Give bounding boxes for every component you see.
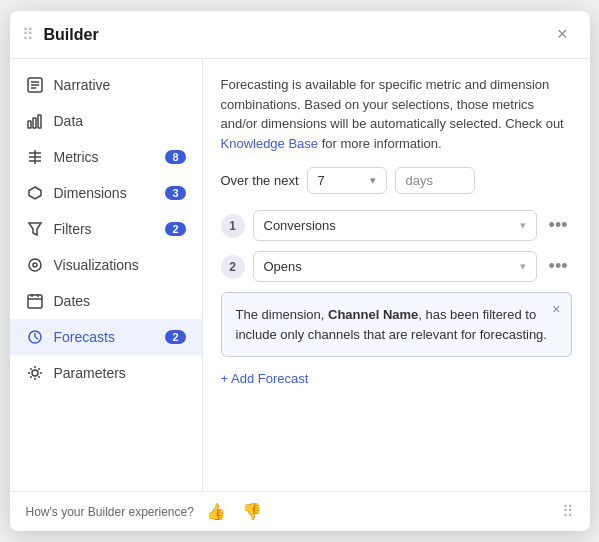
filters-icon [26,220,44,238]
badge-metrics: 8 [165,150,185,164]
grid-icon: ⠿ [562,502,574,521]
thumbs-down-button[interactable]: 👎 [238,501,266,522]
sidebar-label-metrics: Metrics [54,149,99,165]
sidebar-label-filters: Filters [54,221,92,237]
sidebar-item-parameters[interactable]: Parameters [10,355,202,391]
knowledge-base-link[interactable]: Knowledge Base [221,136,319,151]
forecast-num-1: 1 [221,214,245,238]
data-icon [26,112,44,130]
builder-modal: ⠿ Builder × Narrative Data Metrics 8 Dim… [10,11,590,531]
header-left: ⠿ Builder [22,25,99,44]
sidebar-item-metrics[interactable]: Metrics 8 [10,139,202,175]
sidebar-item-dimensions[interactable]: Dimensions 3 [10,175,202,211]
parameters-icon [26,364,44,382]
badge-dimensions: 3 [165,186,185,200]
visualizations-icon [26,256,44,274]
info-box: The dimension, Channel Name, has been fi… [221,292,572,357]
forecast-more-btn-1[interactable]: ••• [545,213,572,238]
forecast-label-2: Opens [264,259,302,274]
forecast-item-1: 1 Conversions ▾ ••• [221,210,572,241]
sidebar-item-visualizations[interactable]: Visualizations [10,247,202,283]
info-text-prefix: The dimension, [236,307,329,322]
sidebar-item-data[interactable]: Data [10,103,202,139]
forecast-item-2: 2 Opens ▾ ••• [221,251,572,282]
forecast-dropdown-1[interactable]: Conversions ▾ [253,210,537,241]
main-content: Forecasting is available for specific me… [203,59,590,491]
sidebar-item-narrative[interactable]: Narrative [10,67,202,103]
dimensions-icon [26,184,44,202]
sidebar-label-data: Data [54,113,84,129]
svg-rect-14 [28,295,42,308]
days-unit-dropdown[interactable]: days [395,167,475,194]
sidebar-label-parameters: Parameters [54,365,126,381]
metrics-icon [26,148,44,166]
intro-main: Forecasting is available for specific me… [221,77,564,131]
intro-suffix: for more information. [318,136,442,151]
modal-title: Builder [44,26,99,44]
svg-point-13 [33,263,37,267]
footer-left: How's your Builder experience? 👍 👎 [26,501,266,522]
add-forecast-button[interactable]: + Add Forecast [221,371,309,386]
sidebar-item-dates[interactable]: Dates [10,283,202,319]
info-box-close[interactable]: × [552,301,560,317]
dates-icon [26,292,44,310]
forecasts-icon [26,328,44,346]
days-unit: days [406,173,433,188]
badge-filters: 2 [165,222,185,236]
svg-point-12 [29,259,41,271]
chevron-down-icon: ▾ [370,174,376,187]
days-value: 7 [318,173,325,188]
modal-footer: How's your Builder experience? 👍 👎 ⠿ [10,491,590,531]
forecast-label-1: Conversions [264,218,336,233]
svg-marker-11 [29,223,41,235]
drag-icon[interactable]: ⠿ [22,25,34,44]
sidebar-item-forecasts[interactable]: Forecasts 2 [10,319,202,355]
forecast-num-2: 2 [221,255,245,279]
chevron-icon-2: ▾ [520,260,526,273]
close-button[interactable]: × [551,22,574,47]
intro-text: Forecasting is available for specific me… [221,75,572,153]
modal-body: Narrative Data Metrics 8 Dimensions 3 Fi… [10,59,590,491]
svg-rect-5 [33,118,36,128]
modal-header: ⠿ Builder × [10,11,590,59]
narrative-icon [26,76,44,94]
badge-forecasts: 2 [165,330,185,344]
sidebar-label-dates: Dates [54,293,91,309]
sidebar-label-dimensions: Dimensions [54,185,127,201]
feedback-label: How's your Builder experience? [26,505,194,519]
sidebar-label-forecasts: Forecasts [54,329,115,345]
svg-rect-4 [28,121,31,128]
sidebar-label-visualizations: Visualizations [54,257,139,273]
forecast-dropdown-2[interactable]: Opens ▾ [253,251,537,282]
forecast-more-btn-2[interactable]: ••• [545,254,572,279]
chevron-icon-1: ▾ [520,219,526,232]
svg-rect-6 [38,115,41,128]
over-next-label: Over the next [221,173,299,188]
sidebar: Narrative Data Metrics 8 Dimensions 3 Fi… [10,59,203,491]
sidebar-label-narrative: Narrative [54,77,111,93]
thumbs-up-button[interactable]: 👍 [202,501,230,522]
info-bold: Channel Name [328,307,418,322]
over-next-row: Over the next 7 ▾ days [221,167,572,194]
days-number-dropdown[interactable]: 7 ▾ [307,167,387,194]
svg-point-19 [32,370,38,376]
sidebar-item-filters[interactable]: Filters 2 [10,211,202,247]
forecast-list: 1 Conversions ▾ ••• 2 Opens ▾ ••• [221,210,572,282]
